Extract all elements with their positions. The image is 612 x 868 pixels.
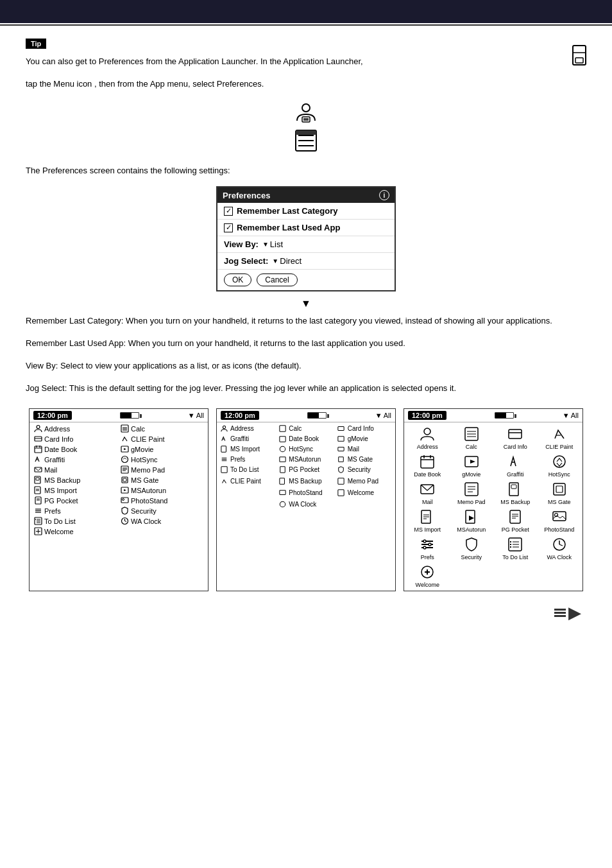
list-item[interactable]: MSAutorun [119,485,205,496]
icon-grid-item[interactable]: CLIE Paint [539,425,581,450]
list-item[interactable]: MS Import [32,485,119,496]
list-item[interactable]: Mail [32,465,119,475]
icon-grid-item[interactable]: MS Backup [495,480,536,505]
list-item[interactable]: Calc [276,424,335,434]
list-item[interactable]: Memo Pad [336,476,394,487]
icon-grid-item[interactable]: WA Clock [539,535,581,560]
icon-grid-item[interactable]: MSAutorun [451,508,493,533]
next-page-arrow[interactable]: ▶ [568,604,580,622]
viewby-label: View By: [224,239,259,249]
icon-grid-item[interactable]: Card Info [495,425,536,450]
address-grid-icon [418,425,436,443]
icon-grid-item-security[interactable]: Security [451,535,493,560]
list-item[interactable]: HotSync [119,455,205,465]
nav-controls: ▶ [554,604,580,622]
icon-grid-item[interactable]: Welcome [407,563,448,588]
icon-grid-item[interactable]: MS Gate [539,480,581,505]
cardinfo-grid-icon [506,425,524,443]
app-preferences-icon [294,101,318,126]
list-item[interactable]: Address [218,424,276,434]
checkbox-remember-app[interactable]: ✓ [224,223,233,232]
list-item[interactable]: Card Info [32,434,119,444]
msgate-grid-icon [550,480,568,498]
icon-grid-item[interactable]: Prefs [407,535,448,560]
icon-grid-item[interactable]: Calc [451,425,493,450]
prefs-cancel-button[interactable]: Cancel [257,273,297,286]
list-item[interactable]: Address [32,424,119,434]
list-item[interactable]: Welcome [336,488,394,498]
list-item[interactable]: MS Import [218,444,276,455]
icon-grid-item[interactable]: PhotoStand [539,508,581,533]
list-item[interactable]: Graffiti [32,455,119,465]
list-item[interactable]: Security [336,465,394,475]
svg-rect-68 [280,457,285,462]
icon-grid-item[interactable]: PG Pocket [495,508,536,533]
list-item[interactable]: PG Pocket [276,465,335,475]
list-item[interactable]: WA Clock [119,516,205,526]
icon-grid-item[interactable]: Date Book [407,453,448,478]
list-item[interactable]: Memo Pad [119,465,205,475]
list-item[interactable]: Date Book [276,434,335,444]
icon-grid-item[interactable]: To Do List [495,535,536,560]
address-icon [33,424,42,433]
svg-marker-108 [469,516,474,521]
list-item[interactable]: MS Backup [32,475,119,485]
screen1-battery [117,412,142,419]
svg-rect-73 [339,457,344,462]
list-item[interactable]: To Do List [32,516,119,526]
graffiti-grid-icon [506,453,524,471]
list-item[interactable]: MSAutorun [276,455,335,465]
list-item[interactable]: Date Book [32,444,119,455]
photostand-grid-icon [550,508,568,526]
list-item[interactable]: MS Gate [336,455,394,465]
list-item[interactable]: Prefs [218,455,276,465]
list-item[interactable]: Welcome [32,526,119,537]
screen2-category[interactable]: ▼ All [375,412,391,419]
screen1-header: 12:00 pm ▼ All [30,409,208,422]
screen1-category[interactable]: ▼ All [188,412,204,419]
section-text-5: Remember Last Category: When you turn on… [26,316,552,326]
todolist-icon [33,517,42,526]
list-item[interactable]: Mail [336,444,394,455]
list-item[interactable]: HotSync [276,444,335,455]
list-item[interactable]: MS Backup [276,476,335,487]
list-item[interactable]: gMovie [119,444,205,455]
prefs-icon2 [219,455,228,464]
page-line [554,615,566,617]
list-item[interactable]: Card Info [336,424,394,434]
calc-grid-icon [463,425,480,443]
list-item[interactable]: CLIE Paint [119,434,205,444]
list-item[interactable]: PhotoStand [276,488,335,498]
list-item[interactable]: CLIE Paint [218,476,276,487]
icon-grid-item[interactable]: Graffiti [495,453,536,478]
icon-grid-item[interactable]: gMovie [451,453,493,478]
screen2-header: 12:00 pm ▼ All [217,409,395,422]
viewby-value: List [270,239,283,249]
viewby-dropdown[interactable]: ▼ List [262,239,283,249]
svg-line-130 [559,544,563,546]
page-line [554,609,566,611]
icon-grid-item[interactable]: MS Import [407,508,448,533]
list-item[interactable]: MS Gate [119,475,205,485]
viewby-arrow: ▼ [262,241,269,248]
prefs-ok-button[interactable]: OK [224,273,251,286]
list-item[interactable]: To Do List [218,465,276,475]
icon-grid-item[interactable]: Memo Pad [451,480,493,505]
list-item[interactable]: PhotoStand [119,496,205,506]
list-item[interactable]: Prefs [32,506,119,516]
screen3-category[interactable]: ▼ All [563,412,579,419]
jogselect-dropdown[interactable]: ▼ Direct [272,256,302,266]
list-item[interactable]: WA Clock [276,499,335,510]
screen1-app-list: Address Calc Card Info [30,422,208,538]
svg-rect-0 [573,46,586,65]
list-item[interactable]: Security [119,506,205,516]
checkbox-remember-category[interactable]: ✓ [224,207,233,216]
list-item[interactable]: gMovie [336,434,394,444]
icon-grid-item[interactable]: Address [407,425,448,450]
list-item[interactable]: Graffiti [218,434,276,444]
msgate-icon [120,476,129,485]
icon-grid-item[interactable]: Mail [407,480,448,505]
list-item[interactable]: PG Pocket [32,496,119,506]
list-item[interactable]: Calc [119,424,205,434]
icon-grid-item[interactable]: HotSync [539,453,581,478]
